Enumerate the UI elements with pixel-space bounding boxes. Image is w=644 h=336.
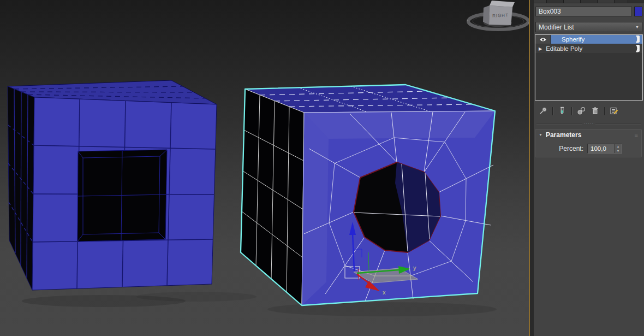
modifier-stack: Spherify ▶ Editable Poly <box>535 34 643 101</box>
modifier-stack-item-spherify[interactable]: Spherify <box>535 35 642 44</box>
modifier-visibility-cell[interactable] <box>535 35 551 44</box>
object-color-swatch[interactable] <box>634 7 642 16</box>
modifier-name: Spherify <box>562 36 585 43</box>
left-cube-object[interactable] <box>8 80 217 290</box>
panel-tab[interactable] <box>581 0 598 3</box>
rollout-grip-icon[interactable]: ≡ <box>635 132 638 138</box>
panel-tab[interactable] <box>534 0 547 3</box>
modifier-list-label: Modifier List <box>539 23 574 31</box>
panel-tab[interactable] <box>547 0 564 3</box>
show-end-result-button[interactable] <box>558 107 567 115</box>
viewcube-tick <box>467 20 469 22</box>
modifier-name: Editable Poly <box>546 45 582 52</box>
viewcube[interactable]: RIGHT <box>467 1 529 30</box>
modifier-stack-item-editable-poly[interactable]: ▶ Editable Poly <box>535 44 642 53</box>
make-unique-button[interactable] <box>577 107 586 115</box>
panel-tab[interactable] <box>598 0 615 3</box>
separator-grip-icon[interactable]: ····· <box>584 121 594 126</box>
remove-modifier-button[interactable] <box>591 107 599 115</box>
spinner-down-icon[interactable]: ▼ <box>615 149 622 153</box>
eye-icon <box>539 37 547 42</box>
modifier-active-toggle-icon[interactable] <box>635 36 640 43</box>
gizmo-y-label: y <box>413 264 416 271</box>
viewcube-left-face[interactable] <box>483 5 490 25</box>
parameters-rollout-header[interactable]: ▼ Parameters ≡ <box>535 129 641 140</box>
chevron-down-icon: ▼ <box>635 25 639 29</box>
configure-modifier-sets-button[interactable] <box>610 107 619 115</box>
modifier-list-dropdown[interactable]: Modifier List ▼ <box>535 22 642 32</box>
toolbar-separator <box>552 107 553 115</box>
pin-stack-button[interactable] <box>539 107 547 115</box>
percent-spinner-field[interactable]: 100,0 ▲ ▼ <box>587 144 622 154</box>
front-face-sheen-left <box>302 113 329 305</box>
parameters-rollout: ▼ Parameters ≡ Percent: 100,0 ▲ ▼ <box>535 129 642 157</box>
command-panel: Box003 Modifier List ▼ Spherify <box>530 0 644 336</box>
spinner-up-icon[interactable]: ▲ <box>615 144 622 149</box>
toolbar-separator <box>604 107 605 115</box>
front-face-sheen <box>304 111 495 139</box>
collapse-arrow-icon: ▼ <box>539 133 542 137</box>
modifier-active-toggle-icon[interactable] <box>635 45 640 52</box>
panel-tab[interactable] <box>564 0 581 3</box>
viewport-canvas[interactable]: y x RIGHT <box>0 0 529 336</box>
object-name-input[interactable]: Box003 <box>535 7 632 16</box>
gizmo-x-label: x <box>383 289 386 296</box>
expand-arrow-icon[interactable]: ▶ <box>539 46 542 51</box>
viewcube-face-label: RIGHT <box>492 13 509 19</box>
panel-edge-strip[interactable] <box>530 0 534 336</box>
command-panel-tabs[interactable] <box>534 0 644 3</box>
modifier-stack-toolbar <box>534 105 644 117</box>
panel-separator: ····· <box>536 121 641 126</box>
toolbar-separator <box>571 107 572 115</box>
panel-tab[interactable] <box>615 0 628 3</box>
percent-value[interactable]: 100,0 <box>588 144 614 153</box>
rollout-title: Parameters <box>546 131 581 139</box>
percent-spinner[interactable]: ▲ ▼ <box>614 144 622 153</box>
percent-label: Percent: <box>535 145 587 152</box>
